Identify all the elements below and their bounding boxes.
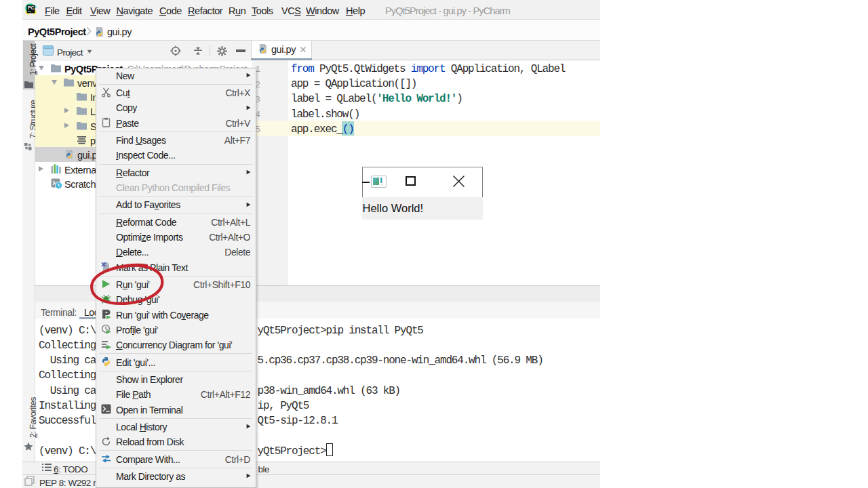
svg-text:PC: PC: [28, 5, 34, 10]
